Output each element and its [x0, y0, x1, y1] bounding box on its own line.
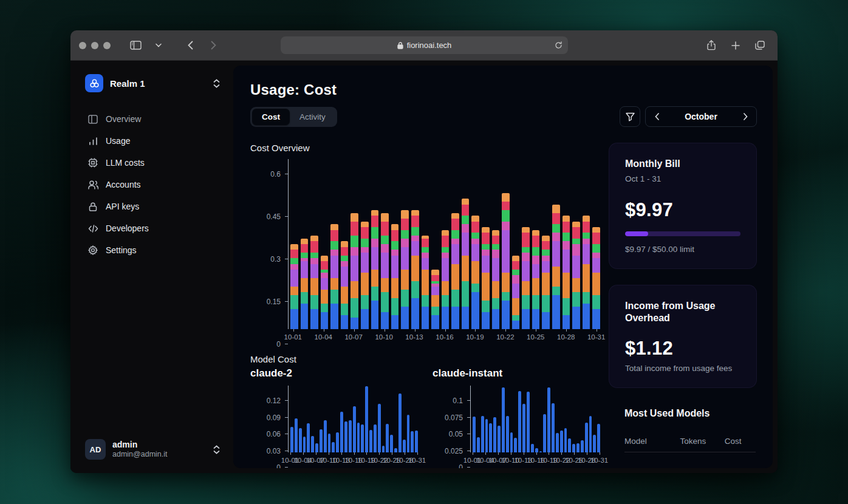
- table-header: Model Tokens Cost: [624, 437, 756, 446]
- monthly-bill-amount: $9.97: [625, 199, 740, 221]
- forward-button[interactable]: [204, 38, 222, 53]
- most-used-title: Most Used Models: [624, 407, 756, 420]
- monthly-bill-card: Monthly Bill Oct 1 - 31 $9.97 $9.97 / $5…: [609, 143, 757, 269]
- sidebar-nav: Overview Usage LLM costs: [84, 108, 221, 261]
- fullscreen-button[interactable]: [103, 42, 111, 49]
- new-tab-icon[interactable]: [727, 38, 745, 53]
- column-model: Model: [624, 437, 680, 446]
- user-email: admin@admin.it: [112, 450, 207, 459]
- plot-area: [288, 159, 601, 329]
- gear-icon: [87, 245, 98, 255]
- user-switcher[interactable]: AD admin admin@admin.it: [84, 437, 221, 462]
- cost-overview-chart: 00.150.30.450.6 10-0110-0410-0710-1010-1…: [250, 159, 601, 344]
- model-cost-heading: Model Cost: [250, 354, 601, 364]
- tab-activity[interactable]: Activity: [290, 109, 335, 125]
- sidebar-item-label: API keys: [106, 202, 139, 211]
- next-month-button[interactable]: [734, 107, 756, 126]
- traffic-lights: [79, 42, 111, 49]
- sidebar-item-label: Settings: [106, 245, 137, 255]
- column-tokens: Tokens: [680, 437, 725, 446]
- y-axis-labels: 00.150.30.450.6: [250, 159, 288, 344]
- income-subtitle: Total income from usage fees: [625, 364, 740, 373]
- minimize-button[interactable]: [91, 42, 98, 49]
- sidebar-item-label: Usage: [106, 136, 130, 146]
- code-icon: [87, 225, 98, 233]
- cost-overview-heading: Cost Overview: [250, 143, 601, 153]
- filter-button[interactable]: [620, 106, 640, 127]
- month-selector: October: [645, 106, 757, 127]
- bars: [471, 386, 601, 452]
- tab-group: Cost Activity: [250, 107, 337, 127]
- close-button[interactable]: [79, 42, 86, 49]
- month-label: October: [668, 112, 734, 121]
- sidebar-item-accounts[interactable]: Accounts: [84, 174, 221, 196]
- cpu-icon: [87, 158, 98, 168]
- sidebar-item-label: Developers: [106, 223, 149, 233]
- share-icon[interactable]: [702, 38, 720, 53]
- sidebar-item-overview[interactable]: Overview: [84, 108, 221, 130]
- x-axis-labels: 10-0110-0410-0710-1010-1310-1610-1910-22…: [288, 333, 601, 344]
- plot-area: [470, 386, 601, 452]
- avatar: AD: [85, 439, 106, 460]
- income-card: Income from Usage Overhead $1.12 Total i…: [609, 285, 757, 388]
- panels-icon: [87, 115, 98, 124]
- sidebar-item-developers[interactable]: Developers: [84, 217, 221, 239]
- stacked-bars: [289, 159, 601, 329]
- x-axis-labels: 10-0110-0410-0710-1010-1310-1610-1910-22…: [288, 457, 419, 468]
- most-used-models-section: Most Used Models Model Tokens Cost: [609, 407, 757, 452]
- sidebar: Realm 1 Overview Usage: [70, 61, 233, 473]
- sidebar-item-label: LLM costs: [106, 158, 145, 168]
- chevrons-up-down-icon: [213, 79, 220, 88]
- funnel-icon: [626, 112, 635, 121]
- monthly-bill-title: Monthly Bill: [625, 158, 740, 170]
- y-axis-labels: 00.030.060.090.12: [250, 386, 288, 468]
- lock-icon: [397, 42, 403, 49]
- main-panel: Usage: Cost Cost Activity: [233, 66, 773, 468]
- x-axis-ticks: [289, 452, 419, 455]
- plot-area: [288, 386, 419, 452]
- column-cost: Cost: [725, 437, 756, 446]
- x-axis-ticks: [471, 452, 601, 455]
- bar-chart-icon: [87, 137, 98, 146]
- sidebar-item-label: Accounts: [106, 180, 141, 189]
- browser-window: fiorinoai.tech Realm 1: [70, 30, 778, 473]
- bill-progress-bar: [625, 231, 740, 236]
- sidebar-item-llm-costs[interactable]: LLM costs: [84, 152, 221, 174]
- back-button[interactable]: [181, 38, 199, 53]
- model-title-claude-2: claude-2: [250, 367, 419, 380]
- x-axis-ticks: [289, 329, 601, 332]
- lock-icon: [87, 202, 98, 211]
- bill-limit-text: $9.97 / $50.00 limit: [625, 245, 740, 254]
- realm-switcher[interactable]: Realm 1: [84, 73, 221, 94]
- reload-icon[interactable]: [555, 41, 562, 49]
- model-title-claude-instant: claude-instant: [433, 367, 601, 380]
- monthly-bill-period: Oct 1 - 31: [625, 174, 740, 183]
- browser-titlebar: fiorinoai.tech: [70, 30, 778, 61]
- income-amount: $1.12: [625, 338, 740, 359]
- sidebar-item-settings[interactable]: Settings: [84, 239, 221, 261]
- users-icon: [87, 180, 98, 189]
- sidebar-item-api-keys[interactable]: API keys: [84, 196, 221, 217]
- page-title: Usage: Cost: [250, 81, 757, 98]
- tab-cost[interactable]: Cost: [252, 109, 290, 125]
- tab-overview-icon[interactable]: [751, 38, 769, 53]
- sidebar-item-label: Overview: [106, 114, 141, 124]
- bars: [289, 386, 419, 452]
- sidebar-toggle-icon[interactable]: [126, 38, 145, 53]
- realm-logo-icon: [85, 74, 103, 92]
- previous-month-button[interactable]: [646, 107, 668, 126]
- chevron-down-icon[interactable]: [149, 38, 168, 53]
- claude-2-chart: 00.030.060.090.12 10-0110-0410-0710-1010…: [250, 386, 419, 468]
- sidebar-item-usage[interactable]: Usage: [84, 130, 221, 152]
- y-axis-labels: 00.0250.050.0750.1: [433, 386, 470, 468]
- income-title: Income from Usage Overhead: [625, 300, 740, 324]
- url-bar[interactable]: fiorinoai.tech: [281, 36, 568, 54]
- table-divider: [624, 452, 756, 452]
- url-text: fiorinoai.tech: [407, 41, 452, 50]
- user-name: admin: [112, 440, 207, 450]
- chevrons-up-down-icon: [213, 445, 220, 454]
- claude-instant-chart: 00.0250.050.0750.1 10-0110-0410-0710-101…: [433, 386, 601, 468]
- x-axis-labels: 10-0110-0410-0710-1010-1310-1610-1910-22…: [470, 457, 601, 468]
- realm-name: Realm 1: [110, 78, 207, 89]
